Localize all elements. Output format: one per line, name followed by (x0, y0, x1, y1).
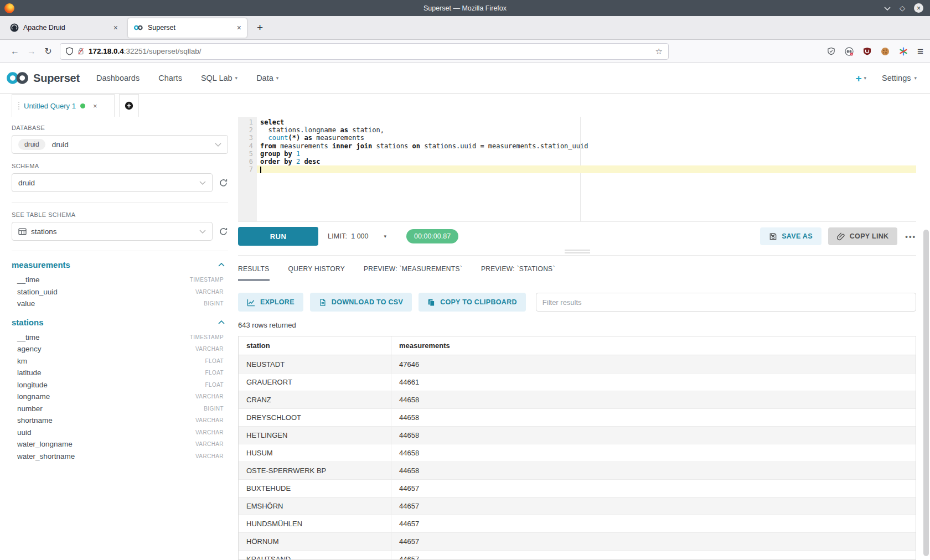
settings-menu[interactable]: Settings▾ (882, 74, 917, 82)
column-header-measurements[interactable]: measurements (391, 336, 458, 355)
back-button[interactable]: ← (7, 46, 23, 56)
result-row: OSTE-SPERRWERK BP44658 (239, 462, 916, 479)
column-header-station[interactable]: station (239, 336, 391, 355)
shield-check-extension-icon[interactable] (827, 47, 835, 55)
column-row: longitudeFLOAT (12, 379, 228, 391)
bookmark-star-icon[interactable]: ☆ (655, 46, 663, 56)
sql-editor[interactable]: 1234567 select stations.longname as stat… (238, 117, 916, 222)
results-actions: EXPLORE DOWNLOAD TO CSV COPY TO CLIPBOAR… (238, 293, 916, 312)
nav-item-dashboards[interactable]: Dashboards (96, 74, 140, 82)
query-tab-close-icon[interactable]: × (93, 102, 97, 110)
insecure-lock-icon[interactable] (78, 47, 84, 55)
tab-close-icon[interactable]: × (237, 23, 241, 32)
column-row: shortnameVARCHAR (12, 414, 228, 427)
code-line: order by 2 desc (257, 158, 916, 165)
url-bar[interactable]: 172.18.0.4:32251/superset/sqllab/ ☆ (60, 43, 669, 60)
reload-button[interactable]: ↻ (40, 46, 56, 56)
editor-code-area[interactable]: select stations.longname as station, cou… (257, 117, 916, 221)
column-name: longitude (17, 381, 48, 389)
column-row: kmFLOAT (12, 355, 228, 367)
schema-select[interactable]: druid (12, 173, 213, 192)
tab-query-history[interactable]: QUERY HISTORY (288, 265, 345, 281)
tab-preview-stations[interactable]: PREVIEW: `STATIONS` (481, 265, 555, 281)
browser-tabstrip: Apache Druid × Superset × + (0, 16, 930, 40)
query-tab-label: Untitled Query 1 (24, 102, 76, 110)
limit-label: LIMIT: (328, 232, 347, 240)
gutter-line-number: 6 (238, 158, 253, 165)
browser-tab-apache-druid[interactable]: Apache Druid × (4, 18, 123, 38)
filter-results-input[interactable] (536, 293, 916, 312)
refresh-table-icon[interactable] (219, 227, 228, 236)
add-new-button[interactable]: +▾ (855, 73, 866, 84)
sqllab-sidebar: DATABASE druid druid SCHEMA druid (0, 117, 238, 560)
tab-preview-measurements[interactable]: PREVIEW: `MEASUREMENTS` (364, 265, 462, 281)
copy-clipboard-button[interactable]: COPY TO CLIPBOARD (418, 293, 526, 312)
query-tab-untitled-query-1[interactable]: Untitled Query 1 × (12, 94, 115, 117)
window-titlebar: Superset — Mozilla Firefox ◇ × (0, 0, 930, 16)
gutter-line-number: 4 (238, 142, 253, 150)
cookie-extension-icon[interactable] (881, 47, 890, 56)
shield-icon[interactable] (66, 47, 73, 55)
collapse-icon[interactable] (218, 320, 225, 324)
table-section-header[interactable]: stations (12, 318, 228, 327)
table-section-header[interactable]: measurements (12, 260, 228, 269)
collapse-icon[interactable] (218, 263, 225, 267)
minimize-icon[interactable] (884, 6, 891, 11)
page-scrollbar[interactable] (923, 230, 929, 556)
chevron-down-icon (199, 181, 206, 185)
column-type: BIGINT (204, 406, 224, 412)
more-options-icon[interactable]: ••• (905, 232, 916, 241)
pane-splitter[interactable] (238, 246, 916, 255)
limit-value[interactable]: 1 000 (351, 232, 368, 240)
column-type: VARCHAR (195, 429, 224, 435)
limit-dropdown-icon[interactable]: ▾ (384, 234, 387, 239)
tab-close-icon[interactable]: × (113, 23, 118, 32)
download-csv-button[interactable]: DOWNLOAD TO CSV (310, 293, 412, 312)
window-close-icon[interactable]: × (914, 3, 923, 13)
ublock-extension-icon[interactable] (863, 47, 871, 55)
main-content: DATABASE druid druid SCHEMA druid (0, 117, 930, 560)
result-cell-measurements: 44661 (391, 378, 419, 386)
drag-handle-icon[interactable] (18, 102, 19, 110)
column-row: __timeTIMESTAMP (12, 274, 228, 286)
explore-button[interactable]: EXPLORE (238, 293, 303, 312)
database-select[interactable]: druid druid (12, 135, 228, 154)
result-cell-measurements: 47646 (391, 360, 419, 369)
nav-item-data[interactable]: Data▾ (256, 74, 278, 82)
privacy-masks-extension-icon[interactable] (845, 47, 854, 56)
asterisk-extension-icon[interactable] (899, 47, 908, 56)
hamburger-menu-icon[interactable]: ≡ (917, 45, 923, 58)
column-row: __timeTIMESTAMP (12, 331, 228, 344)
column-row: uuidVARCHAR (12, 427, 228, 439)
document-icon (319, 298, 327, 307)
chevron-down-icon: ▾ (276, 75, 279, 81)
result-cell-station: GRAUERORT (239, 374, 391, 391)
tab-results[interactable]: RESULTS (238, 265, 270, 281)
brand-title[interactable]: Superset (33, 72, 80, 85)
refresh-schema-icon[interactable] (219, 178, 228, 188)
save-as-button[interactable]: SAVE AS (760, 227, 822, 245)
text-cursor (260, 167, 261, 173)
result-cell-measurements: 44658 (391, 431, 419, 439)
table-select[interactable]: stations (12, 222, 213, 241)
schema-value: druid (18, 179, 35, 187)
column-type: VARCHAR (195, 346, 224, 352)
forward-button[interactable]: → (23, 46, 40, 56)
nav-item-sql-lab[interactable]: SQL Lab▾ (201, 74, 237, 82)
column-type: VARCHAR (195, 393, 224, 400)
maximize-icon[interactable]: ◇ (900, 4, 905, 12)
add-query-tab-button[interactable] (119, 94, 139, 117)
result-row: HÖRNUM44657 (239, 532, 916, 550)
chevron-down-icon (215, 143, 221, 147)
run-button[interactable]: RUN (238, 227, 318, 246)
superset-favicon (133, 24, 143, 31)
url-text[interactable]: 172.18.0.4:32251/superset/sqllab/ (89, 47, 201, 55)
new-tab-button[interactable]: + (254, 22, 266, 34)
nav-item-charts[interactable]: Charts (158, 74, 182, 82)
browser-tab-superset[interactable]: Superset × (128, 18, 247, 38)
copy-link-button[interactable]: COPY LINK (828, 227, 898, 245)
code-line: select (257, 118, 916, 126)
column-name: latitude (17, 369, 42, 377)
splitter-handle-icon[interactable] (565, 250, 590, 253)
paperclip-icon (837, 232, 845, 241)
